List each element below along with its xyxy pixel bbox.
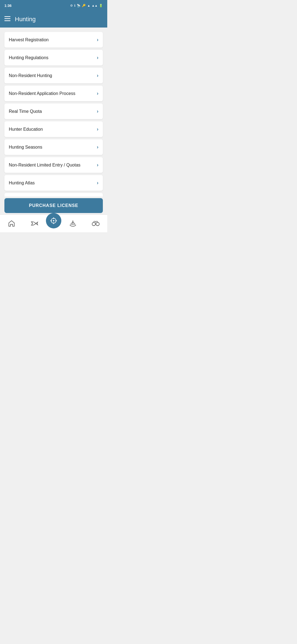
nav-hunting-center[interactable] bbox=[46, 213, 61, 228]
menu-item-hunting-atlas[interactable]: Hunting Atlas › bbox=[4, 175, 103, 191]
battery-icon: 🔋 bbox=[99, 4, 103, 7]
menu-item-label: Hunting Regulations bbox=[9, 55, 48, 60]
chevron-right-icon: › bbox=[97, 162, 98, 168]
menu-item-label: Hunter Education bbox=[9, 127, 43, 132]
boat-icon bbox=[69, 220, 77, 227]
menu-item-non-resident-hunting[interactable]: Non-Resident Hunting › bbox=[4, 68, 103, 83]
wifi-icon: ▲ bbox=[87, 4, 90, 7]
signal-icon: ▲▲ bbox=[92, 4, 98, 7]
menu-item-non-resident-limited[interactable]: Non-Resident Limited Entry / Quotas › bbox=[4, 157, 103, 173]
status-bar: 1:36 ⚙ ℹ 📡 🔑 ▲ ▲▲ 🔋 bbox=[0, 0, 107, 11]
bottom-navigation bbox=[0, 214, 107, 232]
app-header: Hunting bbox=[0, 11, 107, 28]
menu-item-label: Harvest Registration bbox=[9, 37, 49, 42]
crosshair-icon bbox=[50, 217, 57, 224]
menu-item-current-location[interactable]: Current Location › bbox=[4, 193, 103, 197]
content-area: Harvest Registration › Hunting Regulatio… bbox=[0, 28, 107, 197]
chevron-right-icon: › bbox=[97, 73, 98, 78]
page-title: Hunting bbox=[15, 16, 36, 23]
menu-item-label: Hunting Seasons bbox=[9, 145, 42, 150]
chevron-right-icon: › bbox=[97, 180, 98, 186]
status-time: 1:36 bbox=[4, 4, 12, 8]
chevron-right-icon: › bbox=[97, 144, 98, 150]
chevron-right-icon: › bbox=[97, 55, 98, 61]
menu-item-label: Non-Resident Application Process bbox=[9, 91, 75, 96]
svg-rect-1 bbox=[4, 18, 10, 19]
chevron-right-icon: › bbox=[97, 108, 98, 114]
svg-point-11 bbox=[96, 222, 99, 226]
svg-point-3 bbox=[32, 223, 32, 223]
home-icon bbox=[8, 220, 15, 227]
key-icon: 🔑 bbox=[82, 4, 86, 7]
menu-item-real-time-quota[interactable]: Real Time Quota › bbox=[4, 103, 103, 119]
purchase-license-label: PURCHASE LICENSE bbox=[29, 203, 78, 208]
menu-item-harvest-registration[interactable]: Harvest Registration › bbox=[4, 32, 103, 48]
binoculars-icon bbox=[92, 220, 100, 227]
nav-more[interactable] bbox=[84, 215, 108, 232]
chevron-right-icon: › bbox=[97, 126, 98, 132]
svg-point-10 bbox=[92, 222, 95, 226]
chevron-right-icon: › bbox=[97, 37, 98, 43]
menu-icon[interactable] bbox=[4, 16, 10, 23]
menu-item-non-resident-application[interactable]: Non-Resident Application Process › bbox=[4, 86, 103, 101]
menu-item-label: Non-Resident Limited Entry / Quotas bbox=[9, 163, 81, 168]
info-icon: ℹ bbox=[74, 4, 75, 7]
svg-point-5 bbox=[53, 220, 54, 222]
purchase-license-button[interactable]: PURCHASE LICENSE bbox=[4, 198, 103, 213]
settings-icon: ⚙ bbox=[70, 4, 73, 7]
nav-home[interactable] bbox=[0, 215, 23, 232]
menu-item-label: Hunting Atlas bbox=[9, 181, 35, 185]
cast-icon: 📡 bbox=[77, 4, 81, 7]
svg-rect-0 bbox=[4, 16, 10, 17]
menu-item-label: Real Time Quota bbox=[9, 109, 42, 114]
menu-item-label: Non-Resident Hunting bbox=[9, 73, 52, 78]
nav-boating[interactable] bbox=[61, 215, 84, 232]
menu-item-hunter-education[interactable]: Hunter Education › bbox=[4, 121, 103, 137]
nav-fishing[interactable] bbox=[23, 215, 46, 232]
menu-item-hunting-regulations[interactable]: Hunting Regulations › bbox=[4, 50, 103, 66]
menu-item-hunting-seasons[interactable]: Hunting Seasons › bbox=[4, 139, 103, 155]
fish-icon bbox=[30, 220, 38, 227]
svg-rect-2 bbox=[4, 20, 10, 21]
status-icons: ⚙ ℹ 📡 🔑 ▲ ▲▲ 🔋 bbox=[70, 4, 103, 7]
chevron-right-icon: › bbox=[97, 91, 98, 96]
